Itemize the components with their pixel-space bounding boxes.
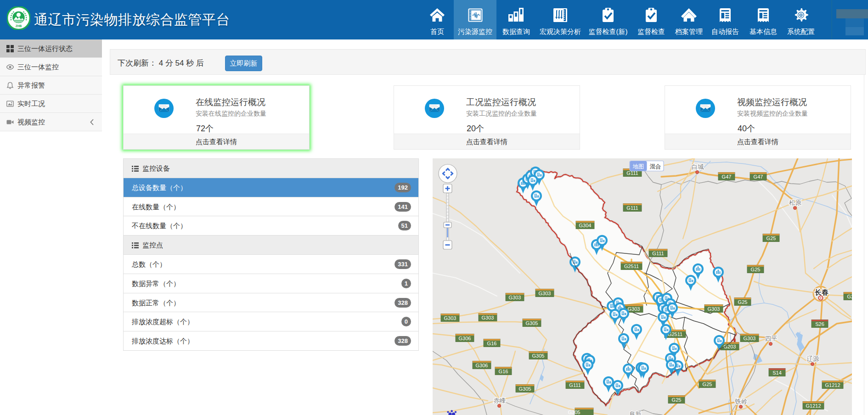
svg-text:地图: 地图 [633, 163, 644, 170]
svg-text:G306: G306 [476, 363, 488, 368]
svg-text:G16: G16 [487, 341, 497, 346]
svg-text:辽源: 辽源 [807, 355, 820, 362]
svg-text:G111: G111 [652, 251, 664, 256]
svg-text:白城: 白城 [692, 163, 705, 170]
svg-text:长春: 长春 [814, 288, 829, 296]
svg-text:G303: G303 [744, 336, 756, 341]
svg-text:G25: G25 [738, 299, 748, 305]
svg-text:G303: G303 [628, 306, 640, 312]
svg-text:G25: G25 [672, 397, 682, 403]
svg-text:G2511: G2511 [624, 264, 639, 269]
svg-text:G111: G111 [569, 382, 581, 388]
svg-text:G303: G303 [539, 291, 551, 296]
svg-text:S14: S14 [772, 370, 782, 376]
svg-text:G25: G25 [767, 236, 776, 241]
svg-text:阜新: 阜新 [629, 411, 642, 415]
svg-text:G303: G303 [482, 315, 494, 320]
svg-text:S26: S26 [815, 321, 824, 327]
svg-text:G303: G303 [444, 315, 457, 321]
svg-text:ZHB: ZHB [16, 24, 22, 28]
svg-text:G47: G47 [722, 174, 732, 179]
svg-text:铁岭: 铁岭 [735, 398, 748, 405]
svg-text:G305: G305 [568, 409, 581, 415]
svg-text:赤峰: 赤峰 [494, 397, 506, 404]
svg-text:G1212: G1212 [825, 382, 840, 388]
svg-text:松原: 松原 [789, 199, 802, 206]
svg-text:G25: G25 [703, 381, 712, 387]
svg-text:G303: G303 [509, 295, 521, 300]
svg-text:G303: G303 [708, 306, 720, 312]
svg-text:四平: 四平 [765, 335, 778, 342]
svg-text:G304: G304 [579, 223, 592, 228]
svg-text:G16: G16 [499, 369, 508, 374]
svg-text:G306: G306 [459, 336, 471, 341]
svg-text:G47: G47 [754, 174, 763, 179]
svg-text:G111: G111 [626, 205, 638, 211]
svg-text:G25: G25 [847, 294, 852, 299]
svg-text:混合: 混合 [650, 163, 661, 170]
svg-text:G1212: G1212 [806, 403, 821, 409]
svg-text:G25: G25 [751, 267, 761, 272]
svg-text:G305: G305 [526, 320, 538, 326]
svg-text:G305: G305 [519, 386, 531, 392]
svg-text:G305: G305 [532, 353, 545, 359]
